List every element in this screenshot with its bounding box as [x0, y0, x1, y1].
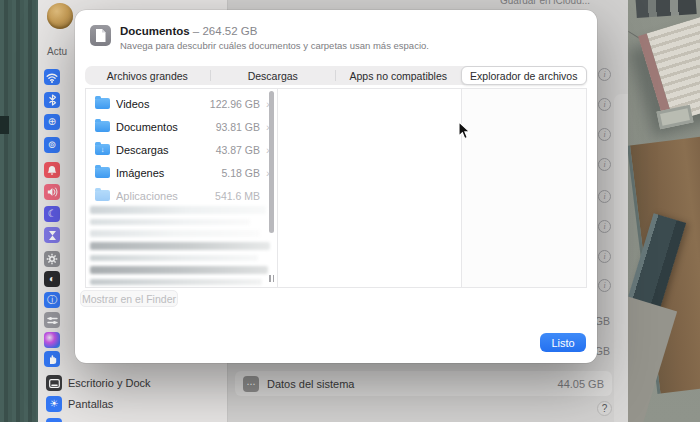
file-row-descargas[interactable]: Descargas 43.87 GB ›: [86, 138, 277, 161]
focus-icon[interactable]: ☾: [44, 206, 60, 222]
wallpaper-detail: [0, 116, 9, 134]
screen: Actu ⊕ ⊚ ☾ ◐ ⓘ: [0, 0, 700, 422]
blurred-row: [90, 206, 266, 214]
folder-icon: [95, 190, 110, 201]
control-center-icon[interactable]: [44, 312, 60, 328]
file-size: 122.96 GB: [210, 98, 260, 110]
ellipsis-icon: ⋯: [243, 376, 259, 392]
file-browser: Videos 122.96 GB › Documentos 93.81 GB ›…: [85, 88, 587, 288]
folder-icon: [95, 167, 110, 178]
blurred-row: [90, 255, 258, 261]
info-icon[interactable]: i: [598, 220, 611, 233]
file-row-videos[interactable]: Videos 122.96 GB ›: [86, 92, 277, 115]
network-icon[interactable]: ⊕: [44, 114, 60, 130]
info-icon[interactable]: i: [598, 250, 611, 263]
file-row-documentos[interactable]: Documentos 93.81 GB ›: [86, 115, 277, 138]
file-size: 43.87 GB: [216, 144, 260, 156]
blurred-rows: [90, 201, 272, 290]
desktop-wallpaper-right: [628, 0, 700, 422]
dialog-title-size: – 264.52 GB: [193, 25, 258, 37]
scrollbar-thumb[interactable]: [269, 91, 274, 233]
vpn-glyph: ⊚: [48, 140, 56, 150]
system-data-value: 44.05 GB: [558, 378, 604, 390]
sidebar-partial-label: Actu: [47, 46, 67, 57]
blurred-row: [90, 230, 260, 237]
privacy-icon[interactable]: [44, 351, 60, 367]
file-name: Videos: [116, 98, 204, 110]
info-icon[interactable]: i: [598, 190, 611, 203]
file-name: Imágenes: [116, 167, 215, 179]
bluetooth-icon[interactable]: [44, 92, 60, 108]
accessibility-icon[interactable]: ⓘ: [44, 292, 60, 308]
blurred-row: [90, 242, 270, 250]
wifi-icon[interactable]: [44, 69, 60, 85]
notifications-icon[interactable]: [44, 162, 60, 178]
mouse-cursor: [458, 121, 471, 140]
blurred-row: [90, 266, 268, 274]
save-in-icloud-button-partial[interactable]: Guardar en iCloud...: [500, 0, 620, 8]
help-button[interactable]: ?: [597, 401, 612, 416]
tab-bar: Archivos grandes Descargas Apps no compa…: [85, 66, 587, 85]
desktop-wallpaper-left: [0, 0, 38, 422]
file-name: Documentos: [116, 121, 210, 133]
blurred-row: [90, 219, 250, 225]
contrast-glyph: ◐: [49, 274, 55, 284]
info-icon[interactable]: i: [598, 279, 611, 292]
sound-icon[interactable]: [44, 184, 60, 200]
system-data-label: Datos del sistema: [267, 378, 550, 390]
system-data-row[interactable]: ⋯ Datos del sistema 44.05 GB: [235, 371, 612, 396]
siri-icon[interactable]: [44, 332, 60, 348]
screen-time-icon[interactable]: [44, 227, 60, 243]
folder-icon: [95, 121, 110, 132]
network-glyph: ⊕: [48, 117, 56, 127]
info-icon[interactable]: i: [598, 158, 611, 171]
vpn-icon[interactable]: ⊚: [44, 137, 60, 153]
browser-column-1: Videos 122.96 GB › Documentos 93.81 GB ›…: [86, 89, 278, 287]
accessibility-glyph: ⓘ: [47, 295, 57, 305]
show-in-finder-button: Mostrar en el Finder: [80, 290, 178, 307]
document-icon: [90, 25, 111, 46]
sidebar-item-desktop-dock[interactable]: Escritorio y Dock: [68, 377, 151, 389]
info-icon[interactable]: i: [598, 128, 611, 141]
file-size: 93.81 GB: [216, 121, 260, 133]
dialog-title: Documentos – 264.52 GB: [120, 25, 257, 37]
documents-storage-dialog: Documentos – 264.52 GB Navega para descu…: [75, 10, 597, 363]
folder-icon: [95, 98, 110, 109]
file-row-imagenes[interactable]: Imágenes 5.18 GB ›: [86, 161, 277, 184]
wallpaper-roof-objects: [635, 0, 696, 18]
window-edge: [614, 94, 628, 422]
file-size: 541.6 MB: [215, 190, 260, 202]
done-button[interactable]: Listo: [540, 333, 586, 352]
desktop-dock-icon[interactable]: [46, 375, 62, 391]
next-sidebar-icon-partial: [46, 418, 62, 422]
tab-explorador-de-archivos[interactable]: Explorador de archivos: [461, 66, 588, 85]
displays-icon[interactable]: ☀: [46, 396, 62, 412]
browser-column-2[interactable]: [278, 89, 462, 287]
info-icon[interactable]: i: [598, 68, 611, 81]
tab-apps-no-compatibles[interactable]: Apps no compatibles: [336, 66, 461, 85]
column-resize-handle[interactable]: [269, 275, 274, 282]
avatar[interactable]: [47, 3, 73, 29]
tab-archivos-grandes[interactable]: Archivos grandes: [85, 66, 210, 85]
file-size: 5.18 GB: [221, 167, 260, 179]
blurred-row: [90, 279, 262, 285]
sidebar-item-displays[interactable]: Pantallas: [68, 398, 113, 410]
downloads-folder-icon: [95, 144, 110, 155]
browser-column-3[interactable]: [462, 89, 586, 287]
appearance-icon[interactable]: ◐: [44, 271, 60, 287]
file-name: Descargas: [116, 144, 210, 156]
tab-descargas[interactable]: Descargas: [211, 66, 336, 85]
dialog-subtitle: Navega para descubrir cuáles documentos …: [120, 40, 429, 51]
sun-glyph: ☀: [50, 399, 59, 409]
general-icon[interactable]: [44, 251, 60, 267]
moon-glyph: ☾: [48, 209, 57, 219]
info-icon[interactable]: i: [598, 98, 611, 111]
file-name: Aplicaciones: [116, 190, 209, 202]
